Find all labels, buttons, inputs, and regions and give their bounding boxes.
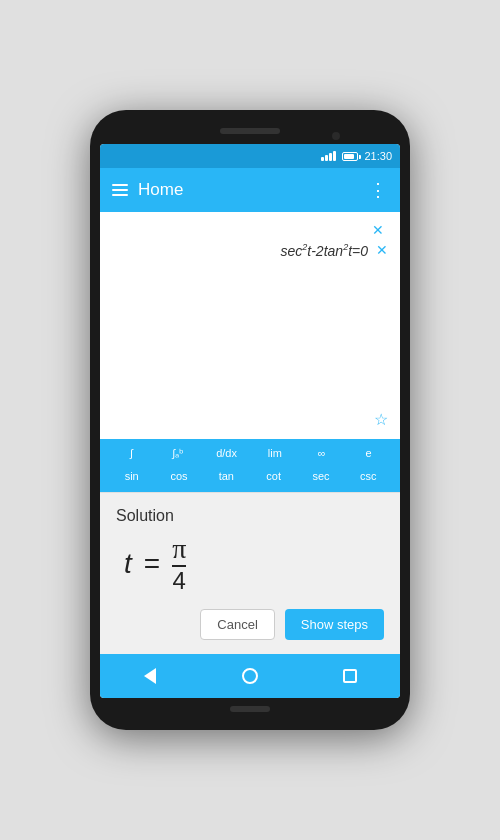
fraction-numerator: π (172, 535, 186, 563)
key-integral[interactable]: ∫ (116, 443, 146, 464)
fraction-denominator: 4 (173, 569, 186, 593)
key-cos[interactable]: cos (164, 466, 194, 486)
equation-row: sec2t-2tan2t=0 ✕ (112, 242, 388, 259)
equation-clear-icon[interactable]: ✕ (376, 242, 388, 258)
signal-icon (321, 151, 336, 161)
key-tan[interactable]: tan (211, 466, 241, 486)
hamburger-icon[interactable] (112, 184, 128, 196)
key-definite-integral[interactable]: ∫ₐᵇ (163, 443, 193, 464)
buttons-row: Cancel Show steps (116, 609, 384, 640)
phone-shell: 21:30 Home ⋮ ✕ sec2t-2tan2t=0 (90, 110, 410, 730)
phone-speaker (220, 128, 280, 134)
input-area: ✕ sec2t-2tan2t=0 ✕ ☆ (100, 212, 400, 439)
more-menu-icon[interactable]: ⋮ (369, 179, 388, 201)
solution-fraction: π 4 (172, 535, 186, 593)
keyboard-row-1: ∫ ∫ₐᵇ d/dx lim ∞ e (108, 443, 392, 464)
key-e[interactable]: e (354, 443, 384, 464)
key-sec[interactable]: sec (306, 466, 336, 486)
solution-variable: t (124, 548, 132, 580)
bottom-nav (100, 654, 400, 698)
recent-apps-button[interactable] (330, 656, 370, 696)
key-derivative[interactable]: d/dx (210, 443, 243, 464)
show-steps-button[interactable]: Show steps (285, 609, 384, 640)
keyboard-row-2: sin cos tan cot sec csc (108, 466, 392, 486)
app-title: Home (138, 180, 359, 200)
key-csc[interactable]: csc (353, 466, 383, 486)
equation-display: sec2t-2tan2t=0 (281, 242, 369, 259)
solution-math: t = π 4 (116, 535, 384, 593)
key-sin[interactable]: sin (117, 466, 147, 486)
clear-row: ✕ (112, 222, 388, 238)
solution-equals: = (144, 548, 160, 580)
home-button[interactable] (230, 656, 270, 696)
favorite-icon[interactable]: ☆ (374, 410, 388, 429)
phone-camera (332, 132, 340, 140)
screen: 21:30 Home ⋮ ✕ sec2t-2tan2t=0 (100, 144, 400, 698)
key-cot[interactable]: cot (259, 466, 289, 486)
battery-icon (342, 152, 358, 161)
back-button[interactable] (130, 656, 170, 696)
key-infinity[interactable]: ∞ (307, 443, 337, 464)
solution-label: Solution (116, 507, 384, 525)
clear-icon[interactable]: ✕ (372, 222, 384, 238)
key-limit[interactable]: lim (260, 443, 290, 464)
solution-area: Solution t = π 4 Cancel Show steps (100, 492, 400, 654)
math-keyboard: ∫ ∫ₐᵇ d/dx lim ∞ e sin cos tan cot sec c… (100, 439, 400, 492)
physical-home-button (230, 706, 270, 712)
content-area: ✕ sec2t-2tan2t=0 ✕ ☆ ∫ ∫ₐᵇ d/dx lim ∞ (100, 212, 400, 654)
cancel-button[interactable]: Cancel (200, 609, 274, 640)
app-bar: Home ⋮ (100, 168, 400, 212)
status-bar: 21:30 (100, 144, 400, 168)
status-time: 21:30 (364, 150, 392, 162)
